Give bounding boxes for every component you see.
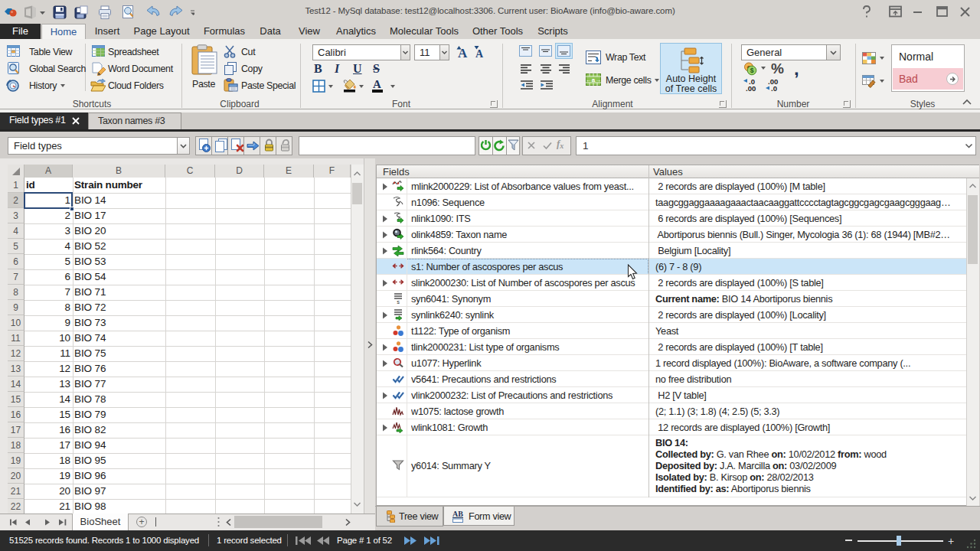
svg-text:.00: .00 <box>746 84 756 92</box>
svg-text:A: A <box>475 48 484 60</box>
svg-text:AB: AB <box>452 510 463 518</box>
svg-text:.0: .0 <box>771 84 777 92</box>
svg-text:s: s <box>397 298 400 305</box>
svg-text:←a→: ←a→ <box>586 77 601 83</box>
svg-text:$: $ <box>750 67 754 74</box>
